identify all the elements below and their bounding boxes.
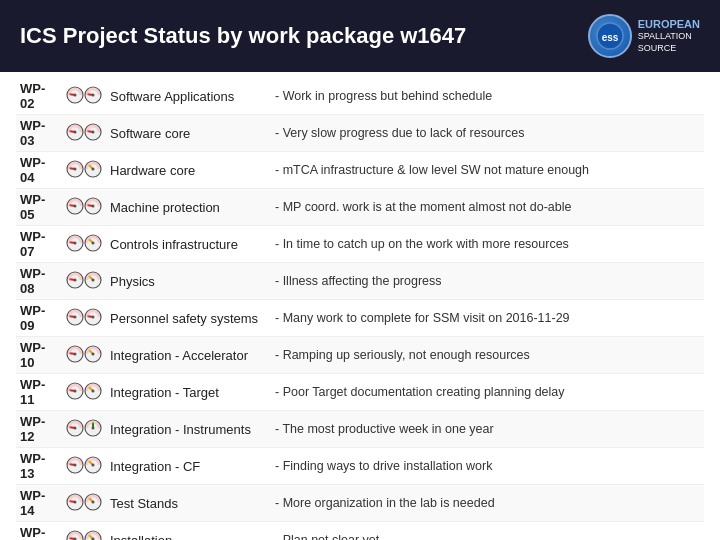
wp-name: Integration - Target <box>106 374 271 411</box>
page-title: ICS Project Status by work package w1647 <box>20 23 466 49</box>
wp-desc: - In time to catch up on the work with m… <box>271 226 704 263</box>
svg-point-49 <box>92 352 95 355</box>
wp-desc: - Illness affecting the progress <box>271 263 704 300</box>
svg-point-16 <box>74 167 77 170</box>
header: ICS Project Status by work package w1647… <box>0 0 720 72</box>
ess-sub1: SPALLATION <box>638 31 700 43</box>
svg-point-40 <box>74 315 77 318</box>
table-row: WP-11 Integration - Target - Poor T <box>16 374 704 411</box>
table-row: WP-04 Hardware core - mTCA infrastr <box>16 152 704 189</box>
wp-code: WP-20 <box>16 522 62 541</box>
ess-sub2: SOURCE <box>638 43 700 55</box>
wp-desc: - Poor Target documentation creating pla… <box>271 374 704 411</box>
ess-logo: ess EUROPEAN SPALLATION SOURCE <box>588 14 700 58</box>
status-icon-cell <box>62 189 106 226</box>
wp-desc: - Ramping up seriously, not enough resou… <box>271 337 704 374</box>
status-icon-cell <box>62 300 106 337</box>
svg-point-58 <box>74 426 77 429</box>
table-container: WP-02 Software Applications - Work <box>0 72 720 540</box>
svg-point-34 <box>74 278 77 281</box>
svg-point-64 <box>74 463 77 466</box>
status-table: WP-02 Software Applications - Work <box>16 78 704 540</box>
wp-name: Software Applications <box>106 78 271 115</box>
status-icon-cell <box>62 448 106 485</box>
ess-label: EUROPEAN <box>638 17 700 31</box>
wp-name: Hardware core <box>106 152 271 189</box>
wp-desc: - Many work to complete for SSM visit on… <box>271 300 704 337</box>
svg-text:ess: ess <box>601 32 618 43</box>
wp-desc: - Work in progress but behind schedule <box>271 78 704 115</box>
wp-desc: - The most productive week in one year <box>271 411 704 448</box>
table-row: WP-13 Integration - CF - Finding wa <box>16 448 704 485</box>
wp-name: Software core <box>106 115 271 152</box>
svg-point-25 <box>92 204 95 207</box>
svg-point-7 <box>92 93 95 96</box>
wp-code: WP-05 <box>16 189 62 226</box>
wp-code: WP-10 <box>16 337 62 374</box>
wp-code: WP-14 <box>16 485 62 522</box>
table-row: WP-08 Physics - Illness affecting t <box>16 263 704 300</box>
table-row: WP-09 Personnel safety systems - Ma <box>16 300 704 337</box>
wp-name: Test Stands <box>106 485 271 522</box>
ess-text-block: EUROPEAN SPALLATION SOURCE <box>638 17 700 55</box>
svg-point-55 <box>92 389 95 392</box>
table-row: WP-02 Software Applications - Work <box>16 78 704 115</box>
table-row: WP-12 Integration - Instruments - T <box>16 411 704 448</box>
table-row: WP-05 Machine protection - MP coord <box>16 189 704 226</box>
table-row: WP-03 Software core - Very slow pro <box>16 115 704 152</box>
svg-point-73 <box>92 500 95 503</box>
wp-desc: - Plan not clear yet <box>271 522 704 541</box>
table-row: WP-20 Installation - Plan not clear <box>16 522 704 541</box>
wp-name: Personnel safety systems <box>106 300 271 337</box>
svg-point-22 <box>74 204 77 207</box>
svg-point-10 <box>74 130 77 133</box>
status-icon-cell <box>62 263 106 300</box>
svg-point-46 <box>74 352 77 355</box>
main-container: WP-02 Software Applications - Work <box>0 72 720 540</box>
status-icon-cell <box>62 485 106 522</box>
wp-desc: - More organization in the lab is needed <box>271 485 704 522</box>
ess-circle-logo: ess <box>588 14 632 58</box>
wp-code: WP-11 <box>16 374 62 411</box>
svg-point-67 <box>92 463 95 466</box>
table-row: WP-14 Test Stands - More organizati <box>16 485 704 522</box>
wp-name: Integration - Accelerator <box>106 337 271 374</box>
status-icon-cell <box>62 152 106 189</box>
wp-desc: - Finding ways to drive installation wor… <box>271 448 704 485</box>
wp-code: WP-08 <box>16 263 62 300</box>
wp-code: WP-02 <box>16 78 62 115</box>
status-icon-cell <box>62 337 106 374</box>
wp-code: WP-07 <box>16 226 62 263</box>
svg-point-52 <box>74 389 77 392</box>
wp-name: Controls infrastructure <box>106 226 271 263</box>
wp-desc: - Very slow progress due to lack of reso… <box>271 115 704 152</box>
svg-point-37 <box>92 278 95 281</box>
wp-desc: - mTCA infrastructure & low level SW not… <box>271 152 704 189</box>
table-row: WP-10 Integration - Accelerator - R <box>16 337 704 374</box>
status-icon-cell <box>62 226 106 263</box>
svg-point-13 <box>92 130 95 133</box>
wp-name: Physics <box>106 263 271 300</box>
wp-code: WP-03 <box>16 115 62 152</box>
svg-point-70 <box>74 500 77 503</box>
status-icon-cell <box>62 78 106 115</box>
wp-desc: - MP coord. work is at the moment almost… <box>271 189 704 226</box>
status-icon-cell <box>62 522 106 541</box>
wp-name: Installation <box>106 522 271 541</box>
wp-code: WP-09 <box>16 300 62 337</box>
wp-name: Machine protection <box>106 189 271 226</box>
svg-point-31 <box>92 241 95 244</box>
wp-name: Integration - CF <box>106 448 271 485</box>
svg-point-4 <box>74 93 77 96</box>
wp-code: WP-13 <box>16 448 62 485</box>
status-icon-cell <box>62 115 106 152</box>
status-icon-cell <box>62 374 106 411</box>
wp-name: Integration - Instruments <box>106 411 271 448</box>
svg-point-43 <box>92 315 95 318</box>
svg-point-28 <box>74 241 77 244</box>
table-row: WP-07 Controls infrastructure - In <box>16 226 704 263</box>
status-icon-cell <box>62 411 106 448</box>
wp-code: WP-12 <box>16 411 62 448</box>
svg-point-19 <box>92 167 95 170</box>
wp-code: WP-04 <box>16 152 62 189</box>
